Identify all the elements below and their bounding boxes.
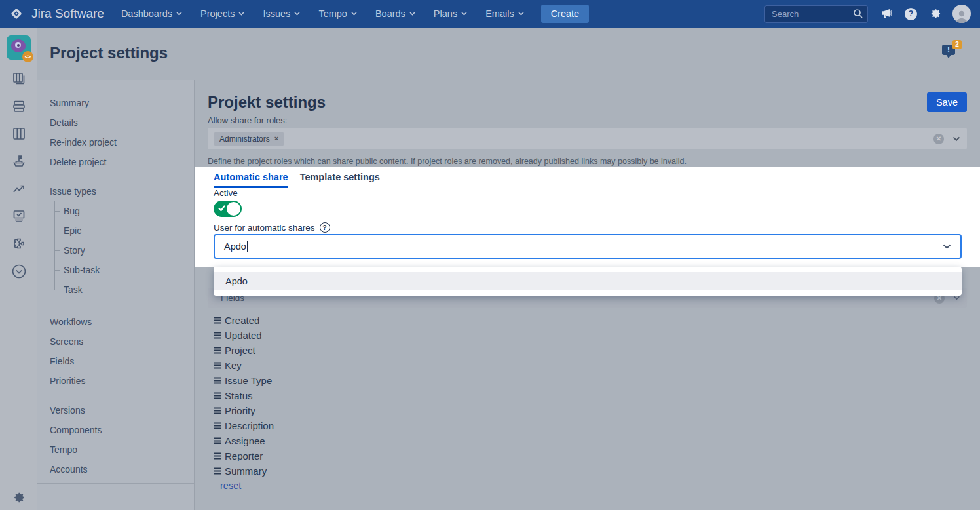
show-more-icon[interactable] <box>10 263 28 280</box>
settings-gear-icon[interactable] <box>929 7 942 20</box>
sidebar-item-priorities[interactable]: Priorities <box>37 371 194 391</box>
tab-bar: Automatic share Template settings <box>214 172 380 188</box>
search-icon[interactable] <box>853 9 863 19</box>
chevron-down-icon <box>953 296 960 300</box>
field-row-status: Status <box>213 388 274 403</box>
drag-handle-icon[interactable] <box>213 467 221 475</box>
field-help-icon[interactable]: ? <box>320 222 330 233</box>
tab-template-settings[interactable]: Template settings <box>300 172 380 188</box>
chevron-down-icon <box>952 136 960 142</box>
page-header: Project settings ! 2 <box>37 28 980 79</box>
issue-types-tree: Bug Epic Story Sub-task Task <box>54 201 194 300</box>
field-row-updated: Updated <box>213 328 274 343</box>
backlog-icon[interactable] <box>10 98 28 115</box>
sidebar-item-issue-types[interactable]: Issue types <box>37 182 194 201</box>
reports-icon[interactable] <box>10 180 28 197</box>
user-input-value: Apdo <box>224 241 246 252</box>
text-cursor <box>247 241 248 252</box>
nav-menu-plans[interactable]: Plans <box>434 9 467 19</box>
sidebar-item-subtask[interactable]: Sub-task <box>54 260 194 280</box>
field-row-key: Key <box>213 358 274 373</box>
user-avatar[interactable] <box>952 5 971 23</box>
sidebar-divider <box>37 176 194 176</box>
drag-handle-icon[interactable] <box>213 362 221 369</box>
nav-menu-dashboards[interactable]: Dashboards <box>121 9 182 19</box>
top-navigation: Jira Software Dashboards Projects Issues… <box>0 0 980 28</box>
sidebar-item-details[interactable]: Details <box>37 113 194 132</box>
jira-logo-icon <box>9 7 24 21</box>
roles-multiselect[interactable]: Administrators × ✕ <box>208 128 967 149</box>
active-field-label: Active <box>214 188 238 198</box>
sidebar-item-versions[interactable]: Versions <box>37 401 194 420</box>
help-icon[interactable]: ? <box>905 8 917 20</box>
field-row-priority: Priority <box>213 403 274 418</box>
project-avatar[interactable]: <> <box>7 35 31 60</box>
sidebar-item-reindex[interactable]: Re-index project <box>37 132 194 152</box>
sidebar-item-task[interactable]: Task <box>54 280 194 300</box>
sidebar-item-summary[interactable]: Summary <box>37 93 194 113</box>
drag-handle-icon[interactable] <box>213 392 221 399</box>
remove-role-icon[interactable]: × <box>274 135 278 142</box>
nav-right-section: ? <box>764 5 971 23</box>
sidebar-item-story[interactable]: Story <box>54 241 194 260</box>
tab-automatic-share[interactable]: Automatic share <box>214 172 288 188</box>
nav-menu-emails[interactable]: Emails <box>485 9 524 19</box>
share-settings-panel: Automatic share Template settings Active… <box>195 167 980 267</box>
project-icon-rail: <> <box>0 28 37 510</box>
sidebar-item-components[interactable]: Components <box>37 420 194 440</box>
sidebar-divider <box>37 395 194 395</box>
field-row-reporter: Reporter <box>213 448 274 463</box>
main-content: Projekt settings Save Allow share for ro… <box>195 80 980 510</box>
create-button[interactable]: Create <box>541 5 590 23</box>
announcements-icon[interactable] <box>880 7 893 20</box>
sidebar-item-delete[interactable]: Delete project <box>37 152 194 172</box>
check-icon <box>218 205 225 212</box>
project-type-badge: <> <box>22 51 33 62</box>
sidebar-item-accounts[interactable]: Accounts <box>37 460 194 479</box>
boards-icon[interactable] <box>10 70 28 87</box>
field-row-description: Description <box>213 418 274 433</box>
drag-handle-icon[interactable] <box>213 317 221 324</box>
sidebar-item-screens[interactable]: Screens <box>37 332 194 351</box>
sidebar-item-workflows[interactable]: Workflows <box>37 312 194 332</box>
dropdown-option-apdo[interactable]: Apdo <box>214 272 962 290</box>
active-toggle[interactable] <box>214 201 242 217</box>
nav-menu-bar: Dashboards Projects Issues Tempo Boards … <box>121 9 524 19</box>
active-sprints-icon[interactable] <box>10 125 28 142</box>
roles-field-label: Allow share for roles: <box>208 115 287 125</box>
notifications-icon[interactable]: ! 2 <box>942 40 962 60</box>
project-avatar-creature <box>11 39 26 52</box>
field-row-summary: Summary <box>213 463 274 479</box>
nav-menu-boards[interactable]: Boards <box>375 9 415 19</box>
drag-handle-icon[interactable] <box>213 452 221 460</box>
nav-menu-projects[interactable]: Projects <box>200 9 244 19</box>
fields-sortable-list: Created Updated Project Key Issue Type S… <box>213 313 274 479</box>
sidebar-divider <box>37 483 194 484</box>
user-autocomplete-input[interactable]: Apdo <box>214 234 962 259</box>
drag-handle-icon[interactable] <box>213 347 221 354</box>
drag-handle-icon[interactable] <box>213 437 221 444</box>
project-settings-gear-icon[interactable] <box>0 490 37 505</box>
drag-handle-icon[interactable] <box>213 377 221 384</box>
chevron-down-icon[interactable] <box>943 244 951 250</box>
sidebar-item-tempo[interactable]: Tempo <box>37 440 194 460</box>
user-field-label: User for automatic shares <box>214 223 315 233</box>
field-row-created: Created <box>213 313 274 328</box>
save-button[interactable]: Save <box>927 92 967 112</box>
sidebar-item-epic[interactable]: Epic <box>54 221 194 241</box>
nav-menu-issues[interactable]: Issues <box>263 9 300 19</box>
reset-link[interactable]: reset <box>220 481 241 491</box>
issues-icon[interactable] <box>10 208 28 225</box>
releases-icon[interactable] <box>10 153 28 170</box>
drag-handle-icon[interactable] <box>213 407 221 414</box>
sidebar-item-fields[interactable]: Fields <box>37 351 194 371</box>
add-ons-icon[interactable] <box>10 235 28 252</box>
drag-handle-icon[interactable] <box>213 422 221 429</box>
nav-menu-tempo[interactable]: Tempo <box>318 9 357 19</box>
drag-handle-icon[interactable] <box>213 332 221 339</box>
settings-sidebar: Summary Details Re-index project Delete … <box>37 80 195 510</box>
sidebar-item-bug[interactable]: Bug <box>54 201 194 221</box>
clear-select-icon[interactable]: ✕ <box>933 134 944 144</box>
roles-help-text: Define the project roles which can share… <box>208 157 687 166</box>
page-title: Project settings <box>50 44 168 62</box>
